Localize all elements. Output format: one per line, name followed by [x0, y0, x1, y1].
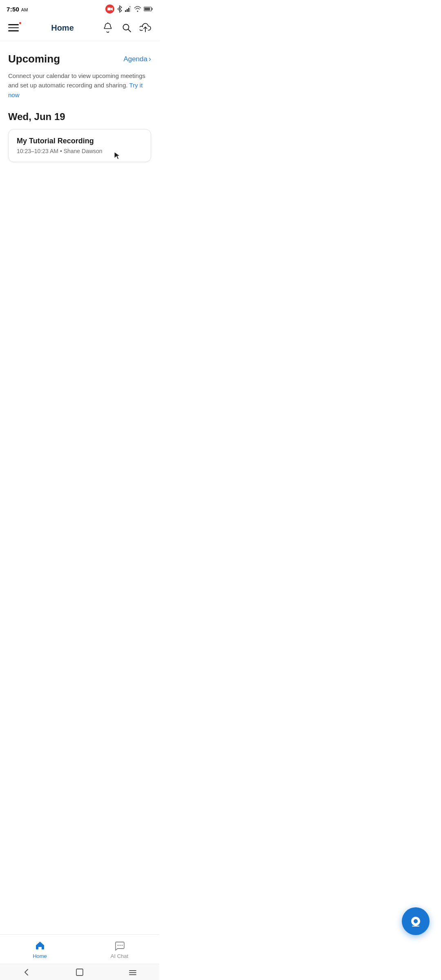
upcoming-section-header: Upcoming Agenda › [8, 53, 151, 65]
agenda-link[interactable]: Agenda › [123, 55, 151, 63]
menu-button[interactable] [8, 20, 23, 35]
recording-meta: 10:23–10:23 AM • Shane Dawson [17, 148, 143, 154]
agenda-label: Agenda [123, 55, 147, 63]
upcoming-title: Upcoming [8, 53, 60, 65]
svg-line-13 [128, 29, 131, 32]
svg-marker-1 [111, 7, 113, 11]
svg-rect-5 [127, 9, 128, 12]
battery-icon [144, 7, 153, 11]
svg-rect-6 [128, 8, 129, 12]
time-ampm: AM [21, 7, 28, 12]
status-icons [105, 4, 153, 13]
notifications-button[interactable] [102, 22, 114, 33]
recording-title: My Tutorial Recording [17, 137, 143, 145]
upcoming-desc-text: Connect your calendar to view upcoming m… [8, 72, 145, 89]
upload-button[interactable] [140, 22, 151, 33]
svg-rect-9 [152, 8, 153, 10]
svg-rect-4 [125, 10, 126, 12]
recording-host: Shane Dawson [64, 148, 102, 154]
status-bar: 7:50 AM [0, 0, 159, 16]
header: Home [0, 16, 159, 41]
signal-icon [125, 6, 131, 12]
menu-icon [8, 24, 19, 25]
recording-separator: • [60, 148, 64, 154]
time-value: 7:50 [7, 6, 19, 13]
bluetooth-icon [117, 5, 122, 13]
menu-notification-dot [18, 21, 22, 25]
video-status-icon [105, 4, 114, 13]
wifi-icon [134, 6, 141, 12]
recording-card[interactable]: My Tutorial Recording 10:23–10:23 AM • S… [8, 129, 151, 162]
menu-icon-line3 [8, 30, 19, 31]
header-actions [102, 22, 151, 33]
date-heading: Wed, Jun 19 [8, 111, 151, 122]
recording-time: 10:23–10:23 AM [17, 148, 58, 154]
search-button[interactable] [121, 22, 132, 33]
svg-rect-10 [145, 8, 150, 11]
upcoming-description: Connect your calendar to view upcoming m… [8, 71, 151, 100]
svg-rect-0 [107, 8, 111, 11]
svg-rect-7 [130, 6, 131, 12]
main-content: Upcoming Agenda › Connect your calendar … [0, 41, 159, 162]
menu-icon-line2 [8, 27, 19, 29]
page-title: Home [51, 23, 74, 33]
chevron-right-icon: › [149, 55, 151, 63]
status-time: 7:50 AM [7, 6, 28, 13]
